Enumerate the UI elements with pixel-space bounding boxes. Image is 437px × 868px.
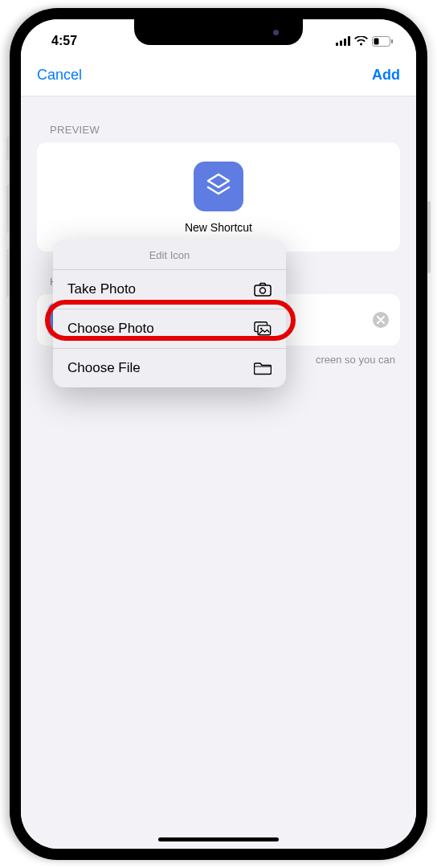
power-button <box>427 201 431 273</box>
preview-section-label: PREVIEW <box>50 124 400 136</box>
menu-item-choose-file[interactable]: Choose File <box>53 349 286 387</box>
preview-card: New Shortcut <box>37 142 400 252</box>
volume-down-button <box>6 249 10 297</box>
popover-title: Edit Icon <box>53 240 286 270</box>
phone-frame: 4:57 Cancel Add PREVIEW <box>10 8 427 860</box>
notch <box>134 19 303 45</box>
svg-rect-0 <box>336 43 338 46</box>
photo-library-icon <box>254 320 272 338</box>
status-time: 4:57 <box>51 34 77 48</box>
shortcut-app-icon <box>194 162 243 211</box>
cancel-button[interactable]: Cancel <box>37 67 82 84</box>
svg-rect-5 <box>374 38 379 44</box>
nav-bar: Cancel Add <box>21 55 416 96</box>
battery-icon <box>372 36 394 47</box>
svg-point-8 <box>260 288 266 293</box>
folder-icon <box>254 359 272 377</box>
menu-item-take-photo[interactable]: Take Photo <box>53 270 286 309</box>
menu-item-choose-photo[interactable]: Choose Photo <box>53 309 286 349</box>
content: PREVIEW New Shortcut HOME SCREEN NAME AN… <box>21 96 416 849</box>
home-indicator[interactable] <box>158 837 279 841</box>
side-button <box>6 137 10 161</box>
clear-text-button[interactable] <box>373 312 389 328</box>
edit-icon-popover: Edit Icon Take Photo Choose Photo Choose… <box>53 240 286 387</box>
wifi-icon <box>354 36 368 46</box>
cellular-icon <box>336 36 350 46</box>
menu-item-label: Choose File <box>67 360 141 376</box>
camera-dot <box>273 30 279 35</box>
svg-rect-3 <box>348 36 350 46</box>
volume-up-button <box>6 185 10 233</box>
camera-icon <box>254 280 272 298</box>
menu-item-label: Choose Photo <box>67 321 154 337</box>
svg-rect-2 <box>344 39 346 46</box>
svg-rect-7 <box>255 285 271 296</box>
svg-point-11 <box>260 328 262 330</box>
status-right <box>336 36 394 47</box>
svg-rect-6 <box>391 39 393 43</box>
svg-rect-1 <box>340 41 342 47</box>
menu-item-label: Take Photo <box>67 281 136 297</box>
screen: 4:57 Cancel Add PREVIEW <box>21 19 416 849</box>
add-button[interactable]: Add <box>372 67 400 84</box>
preview-app-name: New Shortcut <box>185 221 252 234</box>
